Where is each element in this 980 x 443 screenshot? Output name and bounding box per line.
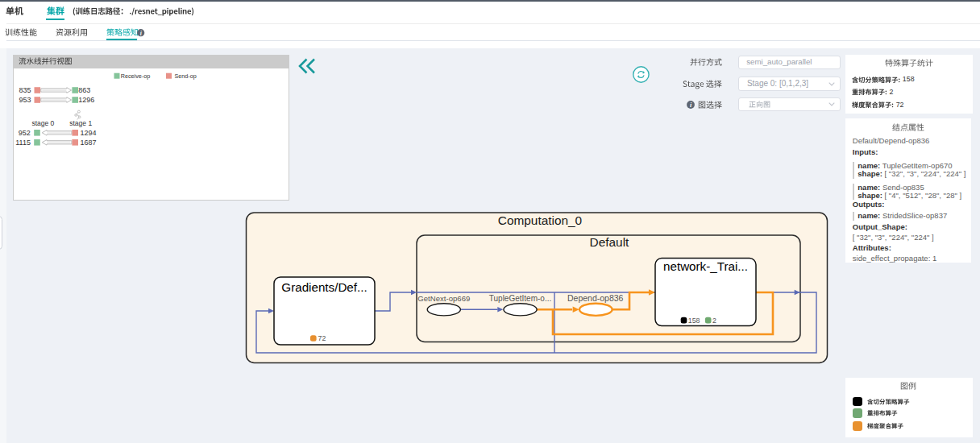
svg-text:1294: 1294	[80, 129, 96, 137]
svg-text:Depend-op836: Depend-op836	[567, 293, 624, 303]
svg-text:158: 158	[688, 317, 700, 325]
svg-text:Computation_0: Computation_0	[498, 213, 582, 227]
svg-text:1115: 1115	[15, 139, 31, 147]
svg-text:1296: 1296	[78, 96, 94, 104]
svg-text:Gradients/Def...: Gradients/Def...	[281, 280, 367, 294]
svg-text:2: 2	[712, 317, 716, 325]
svg-text:952: 952	[18, 129, 30, 137]
svg-text:stage 0: stage 0	[31, 119, 54, 127]
svg-text:953: 953	[19, 96, 31, 104]
svg-text:GetNext-op669: GetNext-op669	[417, 294, 470, 303]
svg-text:863: 863	[78, 86, 90, 94]
svg-text:835: 835	[19, 86, 31, 94]
svg-text:stage 1: stage 1	[69, 119, 92, 127]
svg-text:Default: Default	[590, 235, 629, 249]
svg-text:network-_Trai...: network-_Trai...	[663, 259, 748, 273]
svg-text:72: 72	[318, 334, 326, 342]
svg-text:Send-op: Send-op	[174, 72, 196, 80]
svg-text:1687: 1687	[80, 139, 96, 147]
svg-text:TupleGetItem-o...: TupleGetItem-o...	[489, 294, 551, 303]
svg-text:Receive-op: Receive-op	[120, 72, 149, 80]
